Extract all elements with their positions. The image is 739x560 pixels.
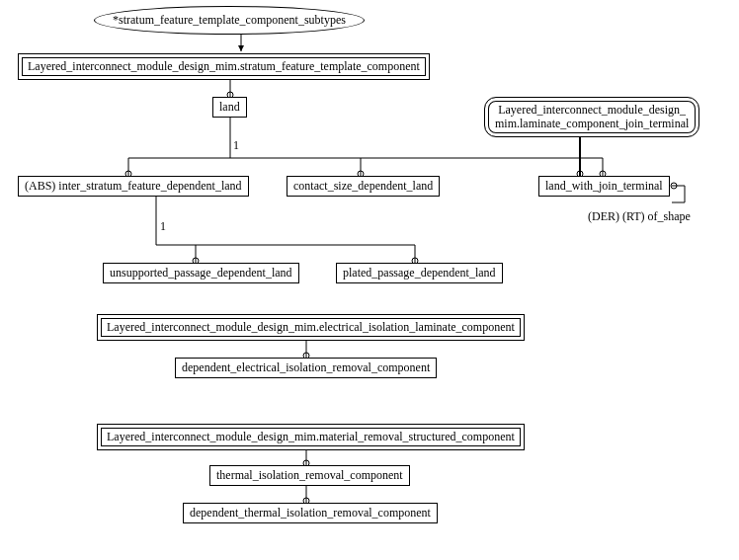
plated-passage-node: plated_passage_dependent_land [336, 263, 503, 283]
thermal-iso-node: thermal_isolation_removal_component [209, 465, 410, 486]
contact-size-node: contact_size_dependent_land [287, 176, 440, 197]
laminate-join-terminal-box: Layered_interconnect_module_design_ mim.… [484, 97, 699, 137]
material-removal-box: Layered_interconnect_module_design_mim.m… [97, 424, 525, 450]
stratum-feature-template-box: Layered_interconnect_module_design_mim.s… [18, 53, 430, 80]
abs-inter-stratum-node: (ABS) inter_stratum_feature_dependent_la… [18, 176, 249, 197]
unsupported-passage-node: unsupported_passage_dependent_land [103, 263, 299, 283]
land-node: land [212, 97, 247, 118]
dependent-elec-iso-node: dependent_electrical_isolation_removal_c… [175, 358, 437, 378]
dependent-thermal-iso-node: dependent_thermal_isolation_removal_comp… [183, 503, 438, 523]
subtypes-ellipse: *stratum_feature_template_component_subt… [94, 6, 365, 35]
land-with-join-terminal-node: land_with_join_terminal [538, 176, 670, 197]
electrical-isolation-box: Layered_interconnect_module_design_mim.e… [97, 314, 525, 341]
der-rt-of-shape-label: (DER) (RT) of_shape [588, 209, 691, 224]
cardinality-1-b: 1 [160, 219, 166, 234]
cardinality-1-a: 1 [233, 138, 239, 153]
